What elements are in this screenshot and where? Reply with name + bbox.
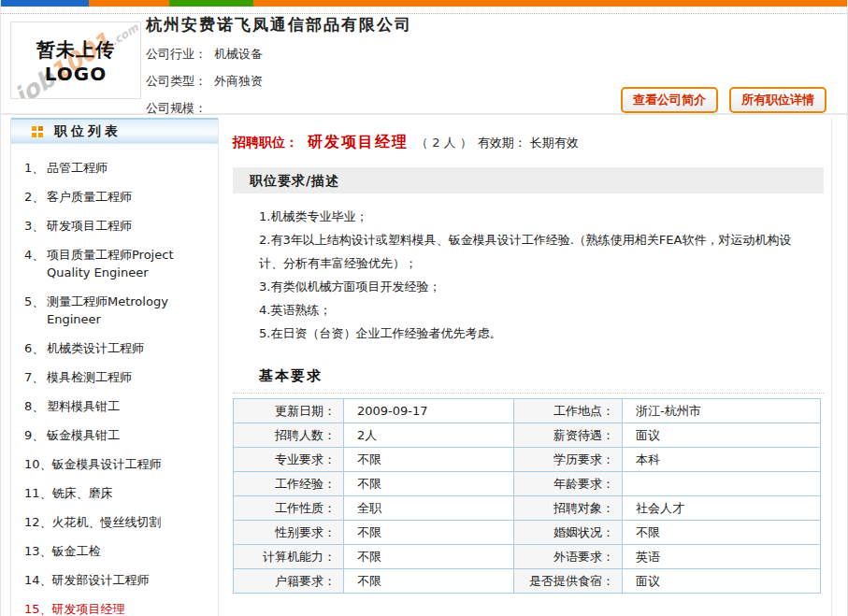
sidebar-item[interactable]: 12、火花机、慢丝线切割 [19, 508, 212, 537]
field-value: 不限 [344, 472, 514, 496]
field-label: 更新日期： [234, 399, 344, 423]
description-line: 5.在日资（台资）企业工作经验者优先考虑。 [259, 322, 805, 345]
field-label: 招聘人数： [234, 423, 344, 448]
sidebar-item[interactable]: 7、模具检测工程师 [19, 363, 212, 392]
sidebar-header: 职位列表 [11, 118, 218, 144]
main-right-divider [831, 118, 832, 616]
field-label: 专业要求： [234, 448, 344, 472]
sidebar-item-label[interactable]: 测量工程师Metrology Engineer [47, 293, 212, 328]
validity-label: 有效期： [478, 136, 526, 150]
sidebar-item[interactable]: 13、钣金工检 [19, 537, 212, 566]
sidebar-item[interactable]: 10、钣金模具设计工程师 [19, 450, 212, 479]
field-label: 工作经验： [234, 472, 344, 496]
item-number: 6、 [19, 339, 47, 357]
company-industry-label: 公司行业： [146, 47, 207, 61]
job-description-section-header: 职位要求/描述 [233, 167, 824, 193]
company-info: 杭州安费诺飞凤通信部品有限公司 公司行业：机械设备 公司类型：外商独资 公司规模… [146, 14, 412, 117]
orange-grid-icon [32, 126, 43, 137]
all-positions-button[interactable]: 所有职位详情 [729, 87, 826, 113]
view-company-profile-button[interactable]: 查看公司简介 [621, 87, 718, 113]
sidebar-item[interactable]: 6、机械类设计工程师 [19, 334, 212, 363]
sidebar-item[interactable]: 11、铣床、磨床 [19, 479, 212, 508]
sidebar-item-label[interactable]: 机械类设计工程师 [47, 339, 144, 357]
sidebar-item-label[interactable]: 钣金工检 [52, 542, 101, 560]
description-line: 1.机械类专业毕业； [259, 205, 805, 228]
sidebar-item-label[interactable]: 客户质量工程师 [47, 188, 132, 206]
field-label: 计算机能力： [234, 545, 344, 569]
table-row: 户籍要求： 不限 是否提供食宿： 面议 [234, 569, 821, 594]
field-value: 浙江-杭州市 [623, 399, 821, 423]
item-number: 12、 [19, 513, 52, 531]
field-value: 面议 [623, 423, 821, 448]
item-number: 10、 [19, 455, 52, 473]
sidebar-item[interactable]: 4、项目质量工程师Project Quality Engineer [19, 240, 212, 287]
sidebar-item[interactable]: 9、钣金模具钳工 [19, 421, 212, 450]
field-value: 不限 [344, 448, 514, 472]
basic-requirements-header: 基本要求 [233, 367, 824, 394]
table-row: 招聘人数： 2人 薪资待遇： 面议 [234, 423, 821, 448]
field-value: 不限 [344, 521, 514, 545]
field-label: 户籍要求： [234, 569, 344, 594]
company-logo-placeholder: job1001.com 暂未上传LOGO [10, 21, 141, 99]
table-row: 工作经验： 不限 年龄要求： [234, 472, 821, 496]
item-number: 2、 [19, 188, 47, 206]
job-title-line: 招聘职位：研发项目经理（ 2 人 ）有效期：长期有效 [233, 133, 824, 152]
field-label: 年龄要求： [514, 472, 623, 496]
field-value: 不限 [344, 569, 514, 594]
field-label: 外语要求： [514, 545, 623, 569]
sidebar-item-label[interactable]: 钣金模具钳工 [47, 426, 120, 444]
field-value: 英语 [623, 545, 821, 569]
validity-value: 长期有效 [530, 136, 579, 150]
item-number: 4、 [19, 246, 47, 281]
topbar-blue-segment [1, 0, 89, 7]
company-industry-row: 公司行业：机械设备 [146, 46, 412, 63]
position-list: 1、品管工程师 2、客户质量工程师 3、研发项目工程师 4、项目质量工程师Pro… [11, 144, 218, 616]
company-type-label: 公司类型： [146, 74, 207, 88]
sidebar-item-label[interactable]: 塑料模具钳工 [47, 397, 120, 415]
field-label: 性别要求： [234, 521, 344, 545]
sidebar-item[interactable]: 14、研发部设计工程师 [19, 566, 212, 595]
sidebar-item-label[interactable]: 铣床、磨床 [52, 484, 113, 502]
field-value [623, 472, 821, 496]
company-size-row: 公司规模： [146, 100, 412, 117]
sidebar-item[interactable]: 2、客户质量工程师 [19, 182, 212, 211]
field-label: 工作性质： [234, 496, 344, 521]
company-name: 杭州安费诺飞凤通信部品有限公司 [146, 14, 412, 36]
sidebar-item[interactable]: 8、塑料模具钳工 [19, 392, 212, 421]
company-type-row: 公司类型：外商独资 [146, 73, 412, 90]
topbar-green-segment [169, 0, 253, 7]
sidebar-item-label[interactable]: 钣金模具设计工程师 [52, 455, 162, 473]
item-number: 3、 [19, 217, 47, 235]
field-label: 学历要求： [514, 448, 623, 472]
sidebar-item-current[interactable]: 15、研发项目经理 [19, 595, 212, 616]
sidebar-item-label[interactable]: 研发项目工程师 [47, 217, 132, 235]
table-row: 性别要求： 不限 婚姻状况： 不限 [234, 521, 821, 545]
company-size-label: 公司规模： [146, 101, 207, 115]
logo-placeholder-text: 暂未上传LOGO [11, 36, 140, 84]
company-industry-value: 机械设备 [214, 47, 263, 61]
sidebar-item-label[interactable]: 研发部设计工程师 [52, 571, 150, 589]
header-buttons: 查看公司简介 所有职位详情 [621, 87, 826, 113]
headcount: （ 2 人 ） [416, 136, 472, 150]
sidebar-item-label[interactable]: 品管工程师 [47, 159, 108, 177]
sidebar-item[interactable]: 3、研发项目工程师 [19, 211, 212, 240]
item-number: 11、 [19, 484, 52, 502]
field-value: 全职 [344, 496, 514, 521]
sidebar-item-label[interactable]: 研发项目经理 [52, 600, 125, 616]
description-line: 4.英语熟练； [259, 298, 805, 322]
sidebar-item[interactable]: 5、测量工程师Metrology Engineer [19, 287, 212, 334]
position-list-sidebar: 职位列表 1、品管工程师 2、客户质量工程师 3、研发项目工程师 4、项目质量工… [10, 118, 219, 616]
table-row: 计算机能力： 不限 外语要求： 英语 [234, 545, 821, 569]
item-number: 1、 [19, 159, 47, 177]
sidebar-item-label[interactable]: 项目质量工程师Project Quality Engineer [47, 246, 212, 281]
item-number: 8、 [19, 397, 47, 415]
table-row: 专业要求： 不限 学历要求： 本科 [234, 448, 821, 472]
description-line: 3.有类似机械方面项目开发经验； [259, 275, 805, 298]
sidebar-item[interactable]: 1、品管工程师 [19, 153, 212, 182]
sidebar-item-label[interactable]: 火花机、慢丝线切割 [52, 513, 162, 531]
sidebar-item-label[interactable]: 模具检测工程师 [47, 368, 132, 386]
sidebar-title: 职位列表 [54, 123, 122, 140]
item-number: 14、 [19, 571, 52, 589]
field-value: 2009-09-17 [344, 399, 514, 423]
company-header: job1001.com 暂未上传LOGO 杭州安费诺飞凤通信部品有限公司 公司行… [1, 14, 847, 115]
